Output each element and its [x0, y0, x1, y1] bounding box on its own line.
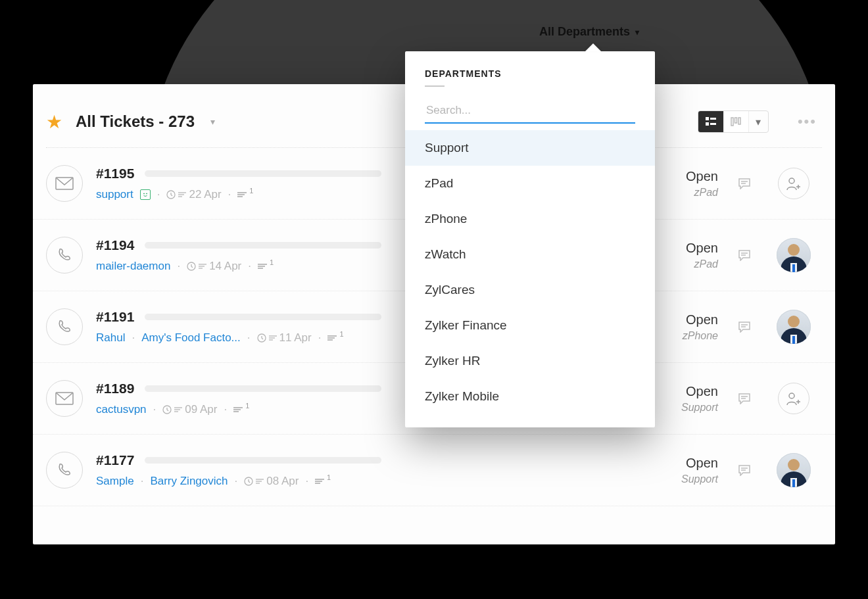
subject-placeholder [145, 242, 381, 249]
ticket-id[interactable]: #1189 [96, 381, 134, 396]
comment-icon[interactable] [731, 321, 758, 333]
comment-icon[interactable] [731, 393, 758, 404]
ticket-company-link[interactable]: Amy's Food Facto... [141, 331, 241, 345]
comment-icon[interactable] [731, 464, 758, 476]
subject-placeholder [145, 385, 381, 392]
svg-point-8 [143, 193, 144, 194]
view-chevron-icon[interactable]: ▾ [210, 116, 215, 127]
comment-icon[interactable] [731, 178, 758, 189]
subject-placeholder [145, 170, 381, 177]
svg-rect-3 [710, 123, 716, 125]
view-list-button[interactable] [698, 111, 723, 132]
svg-rect-1 [710, 118, 716, 120]
department-search-input[interactable] [425, 99, 635, 124]
svg-rect-2 [706, 122, 709, 126]
ticket-date: 11 Apr [257, 331, 312, 345]
view-kanban-button[interactable] [723, 111, 748, 132]
ticket-id[interactable]: #1194 [96, 237, 134, 253]
ticket-contact-link[interactable]: cactusvpn [96, 403, 147, 416]
svg-point-9 [146, 193, 147, 194]
svg-rect-6 [738, 118, 740, 124]
thread-count: 1 [233, 406, 249, 414]
svg-rect-0 [706, 117, 709, 120]
phone-icon [46, 237, 83, 274]
ticket-contact-link[interactable]: mailer-daemon [96, 260, 170, 273]
department-panel-heading: DEPARTMENTS [405, 68, 655, 79]
svg-rect-4 [731, 118, 733, 126]
assignee-avatar[interactable] [777, 453, 811, 487]
department-option[interactable]: zPad [405, 166, 655, 201]
phone-icon [46, 452, 83, 489]
thread-count: 1 [327, 334, 343, 342]
view-toggle: ▾ [698, 110, 769, 133]
star-icon[interactable]: ★ [46, 111, 62, 133]
department-picker-panel: DEPARTMENTS SupportzPadzPhonezWatchZylCa… [405, 51, 655, 427]
department-option[interactable]: Zylker Mobile [405, 379, 655, 414]
subject-placeholder [145, 314, 381, 320]
assignee-avatar[interactable] [777, 238, 811, 272]
department-option[interactable]: Zylker HR [405, 343, 655, 379]
phone-icon [46, 308, 83, 345]
thread-count: 1 [258, 262, 274, 270]
caret-down-icon: ▾ [635, 28, 639, 37]
assign-user-button[interactable] [778, 168, 809, 199]
ticket-contact-link[interactable]: Sample [96, 475, 134, 488]
svg-point-50 [789, 393, 794, 398]
ticket-department: Support [639, 473, 718, 485]
ticket-id[interactable]: #1177 [96, 452, 134, 468]
view-title[interactable]: All Tickets - 273 [76, 112, 195, 131]
sentiment-happy-icon [140, 189, 151, 200]
subject-placeholder [145, 457, 381, 464]
department-option[interactable]: zWatch [405, 237, 655, 272]
ticket-row[interactable]: #1177Sample·Barry Zingovich· 08 Apr·1Ope… [33, 435, 835, 506]
ticket-id[interactable]: #1191 [96, 309, 134, 325]
comment-icon[interactable] [731, 249, 758, 261]
email-icon [46, 165, 83, 202]
ticket-status: Open [639, 456, 718, 471]
department-picker-trigger[interactable]: All Departments ▾ [539, 25, 639, 39]
thread-count: 1 [315, 477, 331, 485]
ticket-date: 08 Apr [244, 475, 299, 488]
svg-point-19 [789, 178, 794, 183]
assign-user-button[interactable] [778, 383, 809, 414]
ticket-company-link[interactable]: Barry Zingovich [150, 475, 228, 488]
department-option[interactable]: Zylker Finance [405, 308, 655, 343]
department-option[interactable]: Support [405, 130, 655, 166]
more-actions-icon[interactable]: ••• [798, 113, 817, 130]
ticket-contact-link[interactable]: support [96, 188, 133, 201]
email-icon [46, 380, 83, 417]
ticket-date: 09 Apr [162, 403, 217, 416]
department-option[interactable]: zPhone [405, 201, 655, 237]
thread-count: 1 [237, 191, 253, 199]
ticket-contact-link[interactable]: Rahul [96, 331, 125, 345]
ticket-id[interactable]: #1195 [96, 166, 134, 181]
ticket-date: 22 Apr [166, 188, 221, 201]
ticket-date: 14 Apr [187, 260, 241, 273]
assignee-avatar[interactable] [777, 310, 811, 344]
svg-rect-5 [735, 118, 737, 123]
department-option[interactable]: ZylCares [405, 272, 655, 308]
department-picker-label: All Departments [539, 25, 630, 39]
view-options-chevron[interactable]: ▾ [748, 111, 768, 132]
